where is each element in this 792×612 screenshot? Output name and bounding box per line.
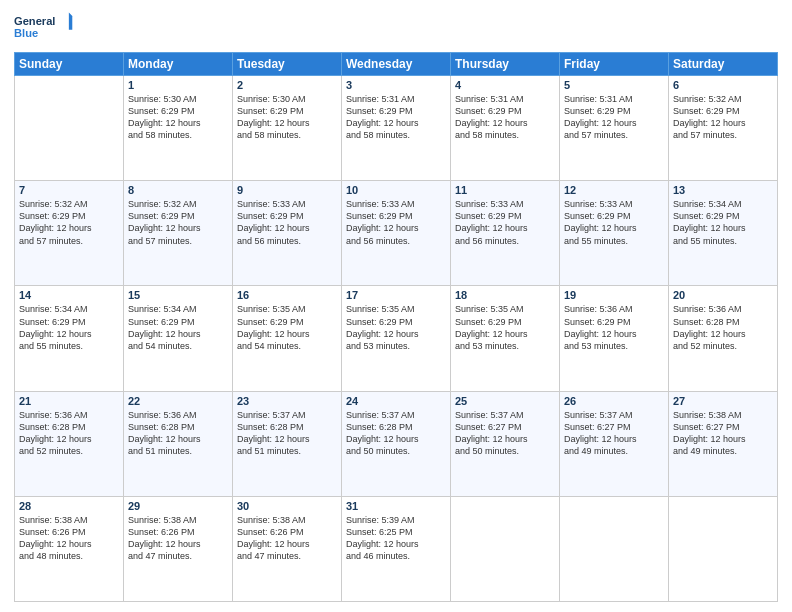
calendar-cell: 26Sunrise: 5:37 AM Sunset: 6:27 PM Dayli… (560, 391, 669, 496)
day-info: Sunrise: 5:31 AM Sunset: 6:29 PM Dayligh… (455, 93, 555, 142)
calendar-week-3: 21Sunrise: 5:36 AM Sunset: 6:28 PM Dayli… (15, 391, 778, 496)
calendar-header-tuesday: Tuesday (233, 53, 342, 76)
calendar-cell: 17Sunrise: 5:35 AM Sunset: 6:29 PM Dayli… (342, 286, 451, 391)
calendar-cell: 16Sunrise: 5:35 AM Sunset: 6:29 PM Dayli… (233, 286, 342, 391)
day-info: Sunrise: 5:38 AM Sunset: 6:26 PM Dayligh… (128, 514, 228, 563)
day-number: 5 (564, 79, 664, 91)
day-info: Sunrise: 5:33 AM Sunset: 6:29 PM Dayligh… (455, 198, 555, 247)
day-info: Sunrise: 5:34 AM Sunset: 6:29 PM Dayligh… (673, 198, 773, 247)
day-number: 4 (455, 79, 555, 91)
calendar-cell: 1Sunrise: 5:30 AM Sunset: 6:29 PM Daylig… (124, 76, 233, 181)
calendar-cell: 9Sunrise: 5:33 AM Sunset: 6:29 PM Daylig… (233, 181, 342, 286)
logo: General Blue (14, 10, 74, 46)
calendar-cell (451, 496, 560, 601)
calendar-week-0: 1Sunrise: 5:30 AM Sunset: 6:29 PM Daylig… (15, 76, 778, 181)
calendar-cell: 18Sunrise: 5:35 AM Sunset: 6:29 PM Dayli… (451, 286, 560, 391)
calendar-cell (669, 496, 778, 601)
calendar-header-sunday: Sunday (15, 53, 124, 76)
svg-text:Blue: Blue (14, 27, 38, 39)
calendar-table: SundayMondayTuesdayWednesdayThursdayFrid… (14, 52, 778, 602)
day-info: Sunrise: 5:36 AM Sunset: 6:28 PM Dayligh… (19, 409, 119, 458)
day-number: 20 (673, 289, 773, 301)
day-info: Sunrise: 5:37 AM Sunset: 6:27 PM Dayligh… (564, 409, 664, 458)
day-number: 10 (346, 184, 446, 196)
calendar-cell (15, 76, 124, 181)
day-number: 2 (237, 79, 337, 91)
calendar-cell: 31Sunrise: 5:39 AM Sunset: 6:25 PM Dayli… (342, 496, 451, 601)
day-number: 12 (564, 184, 664, 196)
day-info: Sunrise: 5:32 AM Sunset: 6:29 PM Dayligh… (128, 198, 228, 247)
calendar-cell: 10Sunrise: 5:33 AM Sunset: 6:29 PM Dayli… (342, 181, 451, 286)
day-number: 18 (455, 289, 555, 301)
calendar-week-2: 14Sunrise: 5:34 AM Sunset: 6:29 PM Dayli… (15, 286, 778, 391)
calendar-cell: 22Sunrise: 5:36 AM Sunset: 6:28 PM Dayli… (124, 391, 233, 496)
day-info: Sunrise: 5:34 AM Sunset: 6:29 PM Dayligh… (128, 303, 228, 352)
day-number: 3 (346, 79, 446, 91)
calendar-cell: 3Sunrise: 5:31 AM Sunset: 6:29 PM Daylig… (342, 76, 451, 181)
day-info: Sunrise: 5:30 AM Sunset: 6:29 PM Dayligh… (128, 93, 228, 142)
day-info: Sunrise: 5:35 AM Sunset: 6:29 PM Dayligh… (455, 303, 555, 352)
day-info: Sunrise: 5:37 AM Sunset: 6:27 PM Dayligh… (455, 409, 555, 458)
day-info: Sunrise: 5:33 AM Sunset: 6:29 PM Dayligh… (564, 198, 664, 247)
calendar-header-wednesday: Wednesday (342, 53, 451, 76)
day-info: Sunrise: 5:33 AM Sunset: 6:29 PM Dayligh… (237, 198, 337, 247)
calendar-cell: 21Sunrise: 5:36 AM Sunset: 6:28 PM Dayli… (15, 391, 124, 496)
calendar-cell: 8Sunrise: 5:32 AM Sunset: 6:29 PM Daylig… (124, 181, 233, 286)
calendar-cell: 28Sunrise: 5:38 AM Sunset: 6:26 PM Dayli… (15, 496, 124, 601)
calendar-header-monday: Monday (124, 53, 233, 76)
day-number: 16 (237, 289, 337, 301)
day-number: 19 (564, 289, 664, 301)
day-info: Sunrise: 5:33 AM Sunset: 6:29 PM Dayligh… (346, 198, 446, 247)
day-info: Sunrise: 5:37 AM Sunset: 6:28 PM Dayligh… (346, 409, 446, 458)
calendar-cell (560, 496, 669, 601)
day-info: Sunrise: 5:36 AM Sunset: 6:28 PM Dayligh… (673, 303, 773, 352)
day-info: Sunrise: 5:32 AM Sunset: 6:29 PM Dayligh… (19, 198, 119, 247)
calendar-cell: 7Sunrise: 5:32 AM Sunset: 6:29 PM Daylig… (15, 181, 124, 286)
calendar-cell: 2Sunrise: 5:30 AM Sunset: 6:29 PM Daylig… (233, 76, 342, 181)
day-number: 30 (237, 500, 337, 512)
page: General Blue SundayMondayTuesdayWednesda… (0, 0, 792, 612)
day-info: Sunrise: 5:38 AM Sunset: 6:26 PM Dayligh… (19, 514, 119, 563)
calendar-cell: 25Sunrise: 5:37 AM Sunset: 6:27 PM Dayli… (451, 391, 560, 496)
day-info: Sunrise: 5:35 AM Sunset: 6:29 PM Dayligh… (237, 303, 337, 352)
calendar-cell: 11Sunrise: 5:33 AM Sunset: 6:29 PM Dayli… (451, 181, 560, 286)
calendar-week-4: 28Sunrise: 5:38 AM Sunset: 6:26 PM Dayli… (15, 496, 778, 601)
calendar-header-friday: Friday (560, 53, 669, 76)
day-info: Sunrise: 5:36 AM Sunset: 6:29 PM Dayligh… (564, 303, 664, 352)
calendar-cell: 6Sunrise: 5:32 AM Sunset: 6:29 PM Daylig… (669, 76, 778, 181)
day-number: 23 (237, 395, 337, 407)
calendar-cell: 15Sunrise: 5:34 AM Sunset: 6:29 PM Dayli… (124, 286, 233, 391)
day-info: Sunrise: 5:32 AM Sunset: 6:29 PM Dayligh… (673, 93, 773, 142)
day-info: Sunrise: 5:36 AM Sunset: 6:28 PM Dayligh… (128, 409, 228, 458)
day-info: Sunrise: 5:38 AM Sunset: 6:26 PM Dayligh… (237, 514, 337, 563)
day-number: 15 (128, 289, 228, 301)
calendar-header-thursday: Thursday (451, 53, 560, 76)
calendar-week-1: 7Sunrise: 5:32 AM Sunset: 6:29 PM Daylig… (15, 181, 778, 286)
day-number: 6 (673, 79, 773, 91)
day-number: 8 (128, 184, 228, 196)
day-info: Sunrise: 5:38 AM Sunset: 6:27 PM Dayligh… (673, 409, 773, 458)
day-number: 31 (346, 500, 446, 512)
day-info: Sunrise: 5:31 AM Sunset: 6:29 PM Dayligh… (346, 93, 446, 142)
day-number: 28 (19, 500, 119, 512)
day-info: Sunrise: 5:31 AM Sunset: 6:29 PM Dayligh… (564, 93, 664, 142)
day-info: Sunrise: 5:37 AM Sunset: 6:28 PM Dayligh… (237, 409, 337, 458)
calendar-cell: 19Sunrise: 5:36 AM Sunset: 6:29 PM Dayli… (560, 286, 669, 391)
calendar-cell: 23Sunrise: 5:37 AM Sunset: 6:28 PM Dayli… (233, 391, 342, 496)
day-number: 26 (564, 395, 664, 407)
day-number: 11 (455, 184, 555, 196)
svg-marker-2 (69, 13, 74, 30)
day-number: 29 (128, 500, 228, 512)
calendar-cell: 14Sunrise: 5:34 AM Sunset: 6:29 PM Dayli… (15, 286, 124, 391)
header: General Blue (14, 10, 778, 46)
day-info: Sunrise: 5:39 AM Sunset: 6:25 PM Dayligh… (346, 514, 446, 563)
calendar-cell: 27Sunrise: 5:38 AM Sunset: 6:27 PM Dayli… (669, 391, 778, 496)
calendar-cell: 13Sunrise: 5:34 AM Sunset: 6:29 PM Dayli… (669, 181, 778, 286)
day-number: 24 (346, 395, 446, 407)
calendar-cell: 29Sunrise: 5:38 AM Sunset: 6:26 PM Dayli… (124, 496, 233, 601)
day-number: 27 (673, 395, 773, 407)
day-number: 14 (19, 289, 119, 301)
day-number: 22 (128, 395, 228, 407)
svg-text:General: General (14, 15, 55, 27)
calendar-cell: 24Sunrise: 5:37 AM Sunset: 6:28 PM Dayli… (342, 391, 451, 496)
